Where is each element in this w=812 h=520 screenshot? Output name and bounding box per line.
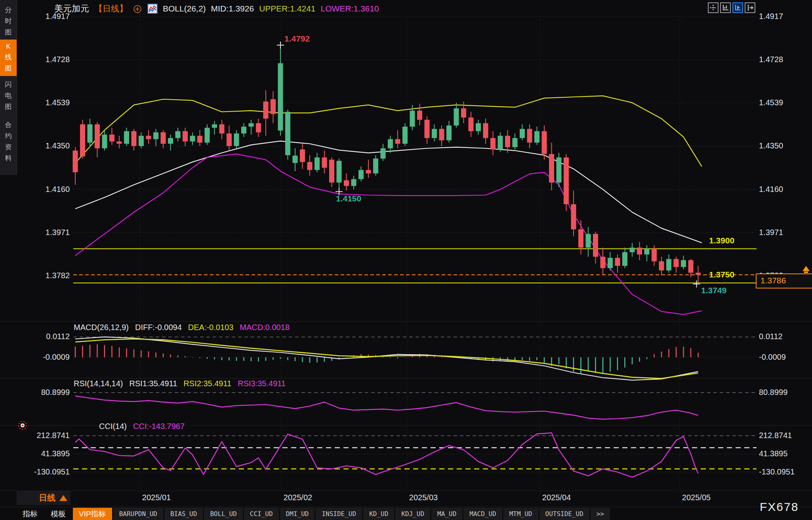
boll-upper-value: UPPER:1.4241 (259, 4, 315, 13)
indicator-tick-right: 41.3895 (759, 449, 787, 458)
price-tick-right: 1.4728 (759, 55, 783, 64)
indicator-tick-right: -0.0009 (759, 353, 786, 362)
price-tick-left: 1.4917 (17, 12, 70, 21)
play-chart-icon[interactable] (732, 2, 743, 13)
tab--[interactable]: >> (591, 508, 610, 520)
macd-header: MACD(26,12,9) DIFF:-0.0094 DEA:-0.0103 M… (74, 323, 290, 332)
indicator-tick-right: 212.8741 (759, 431, 792, 440)
indicator-tabbar: 指标模板VIP指标BARUPDN_UDBIAS_UDBOLL_UDCCI_UDD… (17, 508, 610, 520)
tab-macd-ud[interactable]: MACD_UD (463, 508, 502, 520)
indicator-tick-left: -0.0009 (17, 353, 70, 362)
indicator-tick-right: 80.8999 (759, 388, 787, 397)
price-tick-right: 1.3971 (759, 228, 783, 237)
tab-模板[interactable]: 模板 (45, 508, 72, 520)
axis-scale-icon[interactable] (720, 2, 731, 13)
tab-指标[interactable]: 指标 (17, 508, 44, 520)
tab-kd-ud[interactable]: KD_UD (363, 508, 394, 520)
cci-title: CCI(14) (99, 422, 127, 431)
macd-title: MACD(26,12,9) (74, 323, 129, 332)
watermark: FX678 (760, 500, 799, 514)
chart-header: 美元加元 【日线】 BOLL(26,2) MID:1.3926 UPPER:1.… (54, 3, 379, 15)
tab-kdj-ud[interactable]: KDJ_UD (395, 508, 430, 520)
tab-barupdn-ud[interactable]: BARUPDN_UD (113, 508, 163, 520)
pan-tool-icon[interactable] (708, 2, 719, 13)
tab-mtm-ud[interactable]: MTM_UD (503, 508, 538, 520)
rsi1-value: RSI1:35.4911 (130, 379, 177, 388)
tab-ma-ud[interactable]: MA_UD (431, 508, 462, 520)
price-tick-left: 1.4160 (17, 185, 70, 194)
rsi2-value: RSI2:35.4911 (183, 379, 231, 388)
period-selector[interactable]: 日线 (39, 492, 67, 503)
indicator-tick-right: -130.0951 (759, 467, 795, 476)
scroll-latest-icon[interactable] (802, 266, 810, 271)
tab-outside-ud[interactable]: OUTSIDE_UD (539, 508, 589, 520)
shift-right-icon[interactable] (745, 2, 755, 13)
price-tick-left: 1.3782 (17, 271, 70, 280)
price-tick-right: 1.4350 (759, 141, 783, 150)
add-indicator-icon[interactable] (133, 4, 142, 13)
sidebar-item-1[interactable]: K线图 (0, 40, 17, 76)
tab-vip指标[interactable]: VIP指标 (73, 508, 112, 520)
period-selector-label: 日线 (39, 492, 55, 503)
indicator-tick-left: 80.8999 (17, 388, 70, 397)
sidebar-item-2[interactable]: 闪电图 (0, 77, 17, 114)
macd-diff-value: DIFF:-0.0094 (135, 323, 182, 332)
tab-dmi-ud[interactable]: DMI_UD (280, 508, 315, 520)
period-badge: 【日线】 (94, 3, 128, 14)
scroll-latest-icon-base[interactable] (804, 271, 808, 273)
rsi3-value: RSI3:35.4911 (238, 379, 286, 388)
tab-cci-ud[interactable]: CCI_UD (244, 508, 279, 520)
chart-canvas[interactable] (0, 0, 812, 520)
time-tick: 2025/03 (409, 493, 438, 502)
cci-header: CCI(14) CCI:-143.7967 (99, 422, 185, 431)
price-tick-right: 1.4160 (759, 185, 783, 194)
low-price-label: 1.4150 (336, 194, 361, 203)
triangle-up-icon (59, 495, 67, 501)
app-window: 分时图K线图闪电图合约资料 美元加元 【日线】 BOLL(26,2) MID:1… (0, 0, 812, 520)
sidebar-item-3[interactable]: 合约资料 (0, 117, 17, 166)
price-tick-right: 1.4539 (759, 98, 783, 107)
boll-mid-value: MID:1.3926 (211, 4, 254, 13)
rsi-title: RSI(14,14,14) (74, 379, 123, 388)
indicator-tick-right: 0.0112 (759, 332, 783, 341)
sidebar-item-0[interactable]: 分时图 (0, 2, 17, 40)
indicator-tick-left: -130.0951 (17, 467, 70, 476)
price-tick-left: 1.4350 (17, 141, 70, 150)
last-low-label: 1.3749 (701, 286, 726, 295)
rsi-header: RSI(14,14,14) RSI1:35.4911 RSI2:35.4911 … (74, 379, 286, 388)
time-tick: 2025/04 (542, 493, 571, 502)
boll-name: BOLL(26,2) (163, 4, 206, 13)
price-tick-right: 1.4917 (759, 12, 783, 21)
indicator-tick-left: 0.0112 (17, 332, 70, 341)
price-tick-left: 1.4728 (17, 55, 70, 64)
tab-boll-ud[interactable]: BOLL_UD (204, 508, 242, 520)
macd-dea-value: DEA:-0.0103 (188, 323, 234, 332)
current-price-box: 1.3786 (756, 273, 812, 288)
time-tick: 2025/01 (142, 493, 171, 502)
indicator-tick-left: 212.8741 (17, 431, 70, 440)
price-tick-left: 1.4539 (17, 98, 70, 107)
live-indicator-icon (17, 419, 29, 431)
hline-upper-label: 1.3900 (709, 236, 734, 245)
hline-lower-label: 1.3750 (709, 270, 734, 279)
chart-type-icon[interactable] (147, 4, 158, 14)
cci-value: CCI:-143.7967 (133, 422, 185, 431)
indicator-tick-left: 41.3895 (17, 449, 70, 458)
time-tick: 2025/05 (682, 493, 711, 502)
boll-lower-value: LOWER:1.3610 (321, 4, 379, 13)
price-tick-left: 1.3971 (17, 228, 70, 237)
tab-inside-ud[interactable]: INSIDE_UD (316, 508, 362, 520)
tab-bias-ud[interactable]: BIAS_UD (164, 508, 203, 520)
macd-value: MACD:0.0018 (240, 323, 290, 332)
high-price-label: 1.4792 (284, 34, 310, 44)
time-tick: 2025/02 (284, 493, 312, 502)
